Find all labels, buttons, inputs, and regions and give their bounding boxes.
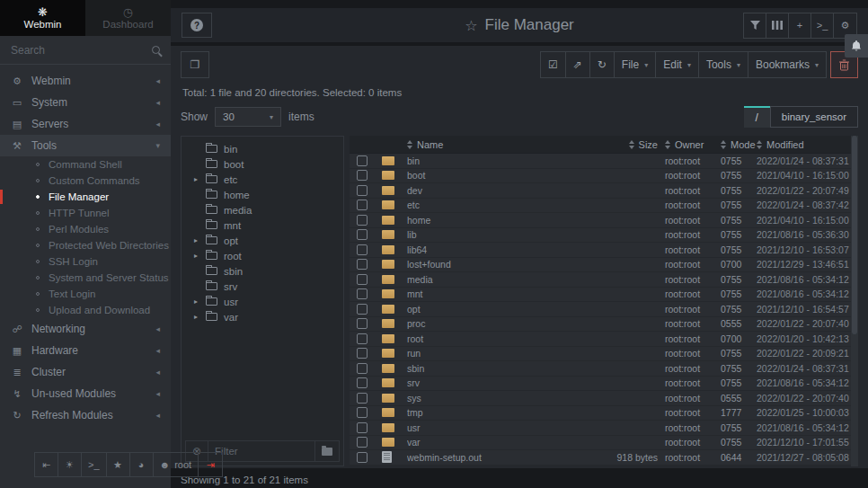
table-row-etc[interactable]: etcroot:root07552022/01/24 - 08:37:42 [350, 199, 858, 214]
refresh-button[interactable]: ↻ [590, 52, 615, 77]
sidebar-item-hardware[interactable]: ▦Hardware◂ [0, 340, 171, 361]
columns-button[interactable] [766, 13, 789, 38]
table-row-lib64[interactable]: lib64root:root07552021/12/10 - 16:53:07 [350, 243, 858, 258]
sidebar-item-webmin[interactable]: ⚙Webmin◂ [0, 70, 171, 92]
terminal-button[interactable]: >_ [811, 13, 834, 38]
add-button[interactable]: + [789, 13, 811, 38]
sidebar-subitem-perl-modules[interactable]: Perl Modules [0, 221, 171, 237]
file-name[interactable]: var [407, 437, 598, 448]
sidebar-subitem-protected-web-directories[interactable]: Protected Web Directories [0, 237, 171, 253]
file-name[interactable]: run [407, 348, 598, 359]
tab-dashboard[interactable]: ◷ Dashboard [85, 0, 171, 36]
night-mode-button[interactable]: ☀ [58, 453, 82, 476]
row-checkbox[interactable] [357, 200, 368, 210]
row-checkbox[interactable] [357, 170, 368, 181]
table-row-bin[interactable]: binroot:root07552022/01/24 - 08:37:31 [350, 154, 858, 169]
tree-item-bin[interactable]: bin [182, 141, 343, 156]
sort-icon[interactable] [757, 140, 762, 149]
tree-item-home[interactable]: home [182, 187, 343, 202]
row-checkbox[interactable] [357, 437, 368, 448]
table-row-srv[interactable]: srvroot:root07552021/08/16 - 05:34:12 [350, 377, 858, 392]
row-checkbox[interactable] [357, 393, 368, 404]
file-name[interactable]: opt [407, 304, 598, 315]
table-row-mnt[interactable]: mntroot:root07552021/08/16 - 05:34:12 [350, 288, 858, 303]
tree-expand-icon[interactable]: ▸ [192, 252, 199, 260]
tab-webmin[interactable]: ❋ Webmin [0, 0, 85, 36]
column-header-modified[interactable]: Modified [757, 139, 851, 150]
menu-bookmarks[interactable]: Bookmarks▾ [748, 52, 826, 77]
tree-item-root[interactable]: ▸root [182, 248, 343, 263]
tree-item-opt[interactable]: ▸opt [182, 233, 343, 248]
tree-item-usr[interactable]: ▸usr [182, 294, 343, 309]
row-checkbox[interactable] [357, 244, 368, 255]
table-row-opt[interactable]: optroot:root07552021/12/10 - 16:54:57 [350, 302, 858, 317]
sidebar-subitem-file-manager[interactable]: File Manager [0, 189, 171, 205]
sidebar-subitem-upload-and-download[interactable]: Upload and Download [0, 302, 171, 318]
column-header-mode[interactable]: Mode [721, 139, 757, 150]
sort-icon[interactable] [407, 140, 412, 149]
sidebar-subitem-system-and-server-status[interactable]: System and Server Status [0, 270, 171, 286]
sidebar-subitem-http-tunnel[interactable]: HTTP Tunnel [0, 205, 171, 221]
sort-icon[interactable] [721, 140, 726, 149]
sidebar-item-tools[interactable]: ⚒Tools▾ [0, 135, 171, 156]
sidebar-item-refresh-modules[interactable]: ↻Refresh Modules◂ [0, 404, 171, 426]
menu-edit[interactable]: Edit▾ [656, 52, 699, 77]
sidebar-item-system[interactable]: ▭System◂ [0, 92, 171, 113]
row-checkbox[interactable] [357, 407, 368, 418]
table-row-var[interactable]: varroot:root07552021/12/10 - 17:01:55 [350, 436, 858, 451]
file-name[interactable]: root [407, 333, 598, 344]
logout-button[interactable]: ⇥ [199, 453, 222, 476]
table-row-root[interactable]: rootroot:root07002022/01/20 - 10:42:13 [350, 332, 858, 347]
sort-icon[interactable] [629, 140, 634, 149]
tree-filter-input[interactable] [215, 446, 308, 457]
file-name[interactable]: lost+found [407, 259, 598, 270]
sidebar-subitem-command-shell[interactable]: Command Shell [0, 156, 171, 173]
row-checkbox[interactable] [357, 215, 368, 226]
file-name[interactable]: usr [407, 422, 598, 433]
file-name[interactable]: proc [407, 318, 598, 329]
sidebar-item-un-used-modules[interactable]: ↯Un-used Modules◂ [0, 383, 171, 404]
row-checkbox[interactable] [357, 377, 368, 388]
sidebar-item-networking[interactable]: ☍Networking◂ [0, 318, 171, 340]
column-header-name[interactable]: Name [407, 139, 598, 150]
tree-item-mnt[interactable]: mnt [182, 217, 343, 233]
sidebar-item-servers[interactable]: ▤Servers◂ [0, 113, 171, 135]
row-checkbox[interactable] [357, 288, 368, 299]
select-all-button[interactable]: ☑ [541, 52, 566, 77]
row-checkbox[interactable] [357, 452, 368, 463]
file-name[interactable]: tmp [407, 407, 598, 418]
table-row-lost-found[interactable]: lost+foundroot:root07002021/12/29 - 13:4… [350, 258, 858, 273]
table-row-lib[interactable]: libroot:root07552021/08/16 - 05:36:30 [350, 228, 858, 244]
sidebar-subitem-text-login[interactable]: Text Login [0, 286, 171, 302]
table-row-usr[interactable]: usrroot:root07552021/08/16 - 05:34:12 [350, 421, 858, 436]
file-name[interactable]: home [407, 215, 598, 226]
file-name[interactable]: srv [407, 377, 598, 388]
row-checkbox[interactable] [357, 229, 368, 240]
tree-expand-icon[interactable]: ▸ [192, 236, 199, 244]
search-input[interactable] [11, 44, 152, 57]
table-row-media[interactable]: mediaroot:root07552021/08/16 - 05:34:12 [350, 272, 858, 288]
shell-button[interactable]: >_ [82, 453, 107, 476]
table-row-boot[interactable]: bootroot:root07552021/04/10 - 16:15:00 [350, 169, 858, 184]
share-button[interactable]: ⇗ [566, 52, 590, 77]
table-row-tmp[interactable]: tmproot:root17772022/01/25 - 10:00:03 [350, 406, 858, 421]
row-checkbox[interactable] [357, 363, 368, 374]
row-checkbox[interactable] [357, 318, 368, 329]
row-checkbox[interactable] [357, 333, 368, 344]
file-name[interactable]: etc [407, 200, 598, 210]
file-name[interactable]: sbin [407, 363, 598, 374]
file-name[interactable]: media [407, 274, 598, 285]
tree-item-boot[interactable]: boot [182, 156, 343, 172]
tree-item-sbin[interactable]: sbin [182, 263, 343, 279]
row-checkbox[interactable] [357, 259, 368, 270]
table-scrollbar[interactable] [851, 136, 858, 466]
clone-view-button[interactable]: ❐ [181, 51, 209, 78]
tree-item-var[interactable]: ▸var [182, 309, 343, 324]
column-header-owner[interactable]: Owner [665, 139, 721, 150]
column-header-size[interactable]: Size [598, 139, 665, 150]
filter-button[interactable] [744, 13, 766, 38]
sidebar-subitem-custom-commands[interactable]: Custom Commands [0, 173, 171, 189]
sort-icon[interactable] [665, 140, 670, 149]
favorites-button[interactable]: ★ [107, 453, 130, 476]
tree-item-etc[interactable]: ▸etc [182, 172, 343, 187]
